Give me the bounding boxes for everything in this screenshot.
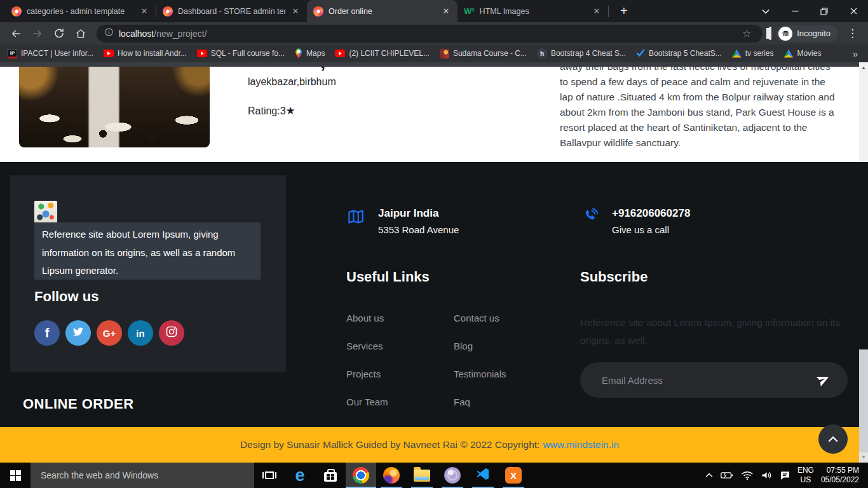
youtube-icon xyxy=(197,50,207,57)
linkedin-icon: in xyxy=(136,328,144,339)
scroll-to-top-button[interactable] xyxy=(818,424,848,454)
linkedin-link[interactable]: in xyxy=(128,320,153,346)
bookmark-label: (2) LCIIT CHIPLEVEL... xyxy=(349,49,430,58)
tab-close-icon[interactable]: ✕ xyxy=(441,6,451,17)
tab-close-icon[interactable]: ✕ xyxy=(139,6,149,17)
send-button[interactable] xyxy=(812,371,835,390)
site-favicon-icon xyxy=(313,6,323,17)
bookmark-label: How to install Andr... xyxy=(118,49,187,58)
link-faq[interactable]: Faq xyxy=(454,396,506,407)
side-panel-icon[interactable] xyxy=(769,28,771,39)
bookmark-maps[interactable]: Maps xyxy=(295,48,325,58)
twitter-link[interactable] xyxy=(65,320,91,346)
link-blog[interactable]: Blog xyxy=(454,341,506,351)
chrome-icon xyxy=(353,467,369,484)
bookmark-movies[interactable]: Movies xyxy=(783,49,821,58)
bookmark-lciit[interactable]: (2) LCIIT CHIPLEVEL... xyxy=(335,49,430,58)
w3schools-favicon-icon: W³ xyxy=(464,6,475,16)
site-favicon-icon xyxy=(163,6,173,17)
language-code: ENG xyxy=(797,466,814,475)
address-bar[interactable]: localhost/new_project/ ☆ xyxy=(97,25,763,43)
taskbar-xampp[interactable]: X xyxy=(498,463,529,488)
bookmark-ipacct[interactable]: IP IPACCT | User infor... xyxy=(8,49,93,58)
tab-categories[interactable]: categories - admin template ✕ xyxy=(5,0,156,22)
reload-button[interactable] xyxy=(50,24,69,43)
listing-description: away their bags from the fast hectic liv… xyxy=(560,62,837,151)
copyright-bar: Design by Sunasir Mallick Guided by Navn… xyxy=(0,427,859,463)
mindstein-link[interactable]: www.mindstein.in xyxy=(543,439,619,451)
taskbar-search-input[interactable] xyxy=(39,470,254,481)
tab-html-images[interactable]: W³ HTML Images ✕ xyxy=(458,0,608,22)
task-view-button[interactable] xyxy=(254,463,285,488)
useful-links-heading: Useful Links xyxy=(346,269,430,285)
back-button[interactable] xyxy=(6,24,25,43)
restore-window-button[interactable] xyxy=(810,0,839,22)
home-button[interactable] xyxy=(71,24,90,43)
link-projects[interactable]: Projects xyxy=(346,369,388,379)
bookmark-label: SQL - Full course fo... xyxy=(211,49,285,58)
taskbar-chrome[interactable] xyxy=(346,463,376,488)
link-contact-us[interactable]: Contact us xyxy=(454,313,506,323)
address-block: Jaipur India 5353 Road Avenue xyxy=(346,207,459,235)
bookmarks-bar: IP IPACCT | User infor... How to install… xyxy=(0,44,868,62)
google-plus-link[interactable]: G+ xyxy=(97,320,122,346)
tab-close-icon[interactable]: ✕ xyxy=(290,6,301,17)
volume-icon[interactable] xyxy=(761,470,773,480)
tab-title: Dashboard - STORE admin templ xyxy=(178,7,285,16)
browser-menu-icon[interactable]: ⋮ xyxy=(843,27,862,40)
tab-close-icon[interactable]: ✕ xyxy=(592,6,602,17)
copyright-text: Design by Sunasir Mallick Guided by Navn… xyxy=(240,439,540,451)
new-tab-button[interactable]: + xyxy=(616,4,632,18)
twitter-icon xyxy=(72,325,85,341)
h-circle-icon: h xyxy=(537,48,547,58)
tab-title: categories - admin template xyxy=(27,7,134,16)
bookmark-label: Maps xyxy=(306,49,325,58)
incognito-badge: Incognito xyxy=(776,25,838,42)
action-center-icon[interactable] xyxy=(780,470,790,480)
bookmark-bootstrap5[interactable]: Bootstrap 5 CheatS... xyxy=(636,48,722,59)
taskbar-purple-app[interactable] xyxy=(437,463,468,488)
bookmark-label: Bootstrap 5 CheatS... xyxy=(649,49,722,58)
bookmark-sudama[interactable]: Sudama Course - C... xyxy=(440,49,527,58)
address-title: Jaipur India xyxy=(378,207,459,220)
instagram-link[interactable] xyxy=(159,320,184,346)
link-about-us[interactable]: About us xyxy=(346,313,388,323)
taskbar-edge[interactable]: e xyxy=(285,463,315,488)
tray-chevron-up-icon[interactable] xyxy=(705,473,713,478)
tab-search-chevron-icon[interactable] xyxy=(751,0,780,22)
scrollbar-thumb[interactable] xyxy=(859,349,868,452)
bookmark-install-android[interactable]: How to install Andr... xyxy=(104,49,187,58)
link-testimonials[interactable]: Testimonials xyxy=(454,369,506,379)
wifi-icon[interactable] xyxy=(741,470,754,480)
taskbar-search[interactable] xyxy=(31,463,254,488)
follow-us-heading: Follow us xyxy=(34,288,98,305)
taskbar-clock[interactable]: 07:55 PM 05/05/2022 xyxy=(821,466,862,485)
minimize-button[interactable] xyxy=(780,0,810,22)
bookmark-bootstrap4[interactable]: h Bootstrap 4 Cheat S... xyxy=(537,48,626,58)
close-window-button[interactable] xyxy=(839,0,868,22)
window-controls xyxy=(751,0,868,22)
taskbar-store[interactable] xyxy=(315,463,346,488)
bookmark-star-icon[interactable]: ☆ xyxy=(738,27,755,40)
tab-dashboard[interactable]: Dashboard - STORE admin templ ✕ xyxy=(156,0,307,22)
scrollbar-down-arrow[interactable]: ▼ xyxy=(859,452,868,463)
battery-icon[interactable] xyxy=(720,471,734,480)
forward-button[interactable] xyxy=(28,24,47,43)
scrollbar-up-arrow[interactable]: ▲ xyxy=(859,62,868,162)
bookmarks-overflow-icon[interactable]: » xyxy=(853,48,860,59)
bookmark-tv-series[interactable]: tv series xyxy=(732,49,774,58)
google-plus-icon: G+ xyxy=(103,328,116,339)
taskbar-file-explorer[interactable] xyxy=(407,463,437,488)
facebook-link[interactable]: f xyxy=(34,320,60,346)
bookmark-sql-course[interactable]: SQL - Full course fo... xyxy=(197,49,285,58)
youtube-icon xyxy=(104,50,114,57)
link-our-team[interactable]: Our Team xyxy=(346,396,388,407)
link-services[interactable]: Services xyxy=(346,341,388,351)
start-button[interactable] xyxy=(0,463,31,488)
site-info-icon[interactable] xyxy=(104,27,114,39)
taskbar-vscode[interactable] xyxy=(468,463,498,488)
taskbar-firefox[interactable] xyxy=(376,463,407,488)
email-input[interactable] xyxy=(600,374,812,386)
tab-order-online-active[interactable]: Order online ✕ xyxy=(307,0,458,22)
language-indicator[interactable]: ENG US xyxy=(797,466,814,485)
